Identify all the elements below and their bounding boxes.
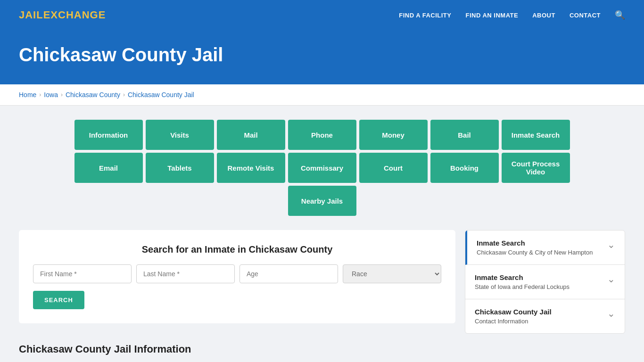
logo-jail: JAIL: [19, 9, 43, 21]
btn-money[interactable]: Money: [359, 120, 428, 150]
sidebar-item-2-title: Inmate Search: [475, 273, 570, 281]
search-button[interactable]: SEARCH: [33, 291, 84, 309]
button-row-2: Email Tablets Remote Visits Commissary C…: [74, 153, 570, 183]
btn-inmate-search[interactable]: Inmate Search: [502, 120, 570, 150]
sidebar-item-3-title: Chickasaw County Jail: [475, 308, 552, 316]
sidebar-item-1-title: Inmate Search: [477, 239, 593, 247]
chevron-down-icon-2: ⌄: [607, 273, 615, 285]
btn-email[interactable]: Email: [74, 153, 143, 183]
race-select[interactable]: Race: [343, 264, 441, 283]
sidebar-item-3-content: Chickasaw County Jail Contact Informatio…: [475, 308, 552, 325]
btn-information[interactable]: Information: [74, 120, 143, 150]
logo-exchange: EXCHANGE: [43, 9, 106, 21]
nav-about[interactable]: ABOUT: [532, 12, 555, 19]
first-name-input[interactable]: [33, 264, 132, 283]
button-row-1: Information Visits Mail Phone Money Bail…: [74, 120, 570, 150]
search-input-row: Race: [33, 264, 441, 283]
sidebar-item-2-content: Inmate Search State of Iowa and Federal …: [475, 273, 570, 290]
site-logo[interactable]: JAILEXCHANGE: [19, 9, 106, 21]
lower-section: Search for an Inmate in Chickasaw County…: [19, 230, 625, 334]
btn-tablets[interactable]: Tablets: [146, 153, 214, 183]
btn-visits[interactable]: Visits: [146, 120, 214, 150]
inmate-search-card: Search for an Inmate in Chickasaw County…: [19, 230, 455, 323]
nav-find-inmate[interactable]: FIND AN INMATE: [465, 12, 518, 19]
page-title: Chickasaw County Jail: [19, 44, 625, 66]
breadcrumb: Home › Iowa › Chickasaw County › Chickas…: [0, 84, 644, 106]
sidebar-item-1-subtitle: Chickasaw County & City of New Hampton: [477, 249, 593, 256]
sidebar-item-1-content: Inmate Search Chickasaw County & City of…: [477, 239, 593, 256]
btn-phone[interactable]: Phone: [288, 120, 356, 150]
btn-mail[interactable]: Mail: [217, 120, 285, 150]
btn-bail[interactable]: Bail: [430, 120, 499, 150]
breadcrumb-chickasaw-county[interactable]: Chickasaw County: [66, 91, 120, 99]
bottom-info-section: Chickasaw County Jail Information: [19, 343, 625, 355]
breadcrumb-iowa[interactable]: Iowa: [44, 91, 58, 99]
nav-links: FIND A FACILITY FIND AN INMATE ABOUT CON…: [399, 10, 625, 20]
sidebar-item-3-subtitle: Contact Information: [475, 318, 552, 325]
btn-booking[interactable]: Booking: [430, 153, 499, 183]
breadcrumb-sep-1: ›: [39, 91, 41, 98]
btn-remote-visits[interactable]: Remote Visits: [217, 153, 285, 183]
nav-find-facility[interactable]: FIND A FACILITY: [399, 12, 451, 19]
btn-nearby-jails[interactable]: Nearby Jails: [288, 186, 356, 216]
btn-court-process-video[interactable]: Court Process Video: [502, 153, 570, 183]
sidebar-item-1[interactable]: Inmate Search Chickasaw County & City of…: [465, 230, 625, 265]
sidebar-item-3[interactable]: Chickasaw County Jail Contact Informatio…: [465, 299, 625, 333]
breadcrumb-sep-2: ›: [61, 91, 63, 98]
last-name-input[interactable]: [136, 264, 235, 283]
sidebar: Inmate Search Chickasaw County & City of…: [465, 230, 625, 334]
bottom-section-title: Chickasaw County Jail Information: [19, 343, 625, 355]
chevron-down-icon-1: ⌄: [607, 239, 615, 250]
search-icon[interactable]: 🔍: [615, 10, 625, 20]
hero-section: Chickasaw County Jail: [0, 30, 644, 84]
chevron-down-icon-3: ⌄: [607, 308, 615, 319]
sidebar-item-2-subtitle: State of Iowa and Federal Lockups: [475, 283, 570, 290]
breadcrumb-sep-3: ›: [123, 91, 125, 98]
breadcrumb-home[interactable]: Home: [19, 91, 36, 99]
sidebar-item-2[interactable]: Inmate Search State of Iowa and Federal …: [465, 265, 625, 299]
btn-commissary[interactable]: Commissary: [288, 153, 356, 183]
btn-court[interactable]: Court: [359, 153, 428, 183]
feature-button-grid: Information Visits Mail Phone Money Bail…: [19, 120, 625, 216]
nav-contact[interactable]: CONTACT: [570, 12, 601, 19]
search-form-title: Search for an Inmate in Chickasaw County: [33, 244, 441, 255]
navigation: JAILEXCHANGE FIND A FACILITY FIND AN INM…: [0, 0, 644, 30]
button-row-3: Nearby Jails: [288, 186, 356, 216]
breadcrumb-current: Chickasaw County Jail: [128, 91, 194, 99]
age-input[interactable]: [239, 264, 338, 283]
main-content: Information Visits Mail Phone Money Bail…: [0, 106, 644, 362]
